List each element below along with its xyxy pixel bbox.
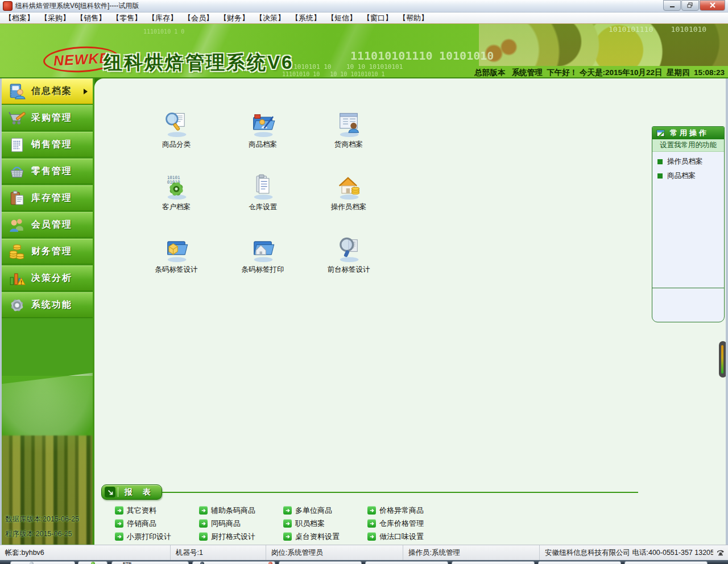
cart-pencil-icon bbox=[9, 110, 26, 127]
shortcut-barcode-label-design[interactable]: 条码标签设计 bbox=[142, 235, 210, 275]
shortcut-warehouse-settings[interactable]: 仓库设置 bbox=[229, 173, 297, 212]
tab-separator bbox=[118, 487, 118, 497]
shortcut-barcode-label-print[interactable]: 条码标签打印 bbox=[229, 235, 297, 275]
report-link-staff-archives[interactable]: 职员档案 bbox=[283, 518, 367, 529]
shortcut-label: 客户档案 bbox=[162, 202, 191, 212]
sidebar-item-purchase[interactable]: 采购管理 bbox=[2, 105, 93, 131]
quick-panel-title: 常用操作 bbox=[670, 128, 709, 138]
report-link-aux-barcode[interactable]: 辅助条码商品 bbox=[199, 505, 283, 516]
sidebar-item-retail[interactable]: 零售管理 bbox=[2, 159, 93, 184]
report-link-label: 仓库价格管理 bbox=[379, 518, 424, 529]
report-link-receipt-design[interactable]: 小票打印设计 bbox=[115, 531, 199, 542]
quick-operations-panel: 常用操作 设置我常用的功能 操作员档案 商品档案 bbox=[652, 126, 725, 322]
report-link-label: 其它资料 bbox=[127, 505, 156, 516]
report-link-warehouse-price[interactable]: 仓库价格管理 bbox=[367, 518, 452, 529]
green-arrow-icon bbox=[199, 532, 208, 541]
menu-sales[interactable]: 【销售】 bbox=[76, 13, 106, 23]
phone-tray-icon[interactable] bbox=[713, 545, 728, 560]
menu-window[interactable]: 【窗口】 bbox=[363, 13, 392, 23]
sidebar-item-info-archives[interactable]: 信息档案 bbox=[2, 78, 93, 104]
db-version-label: 数据库版本:2015-06-25 bbox=[5, 515, 79, 524]
menu-members[interactable]: 【会员】 bbox=[184, 13, 213, 23]
house-coins-icon bbox=[335, 173, 362, 200]
taskbar-button[interactable] bbox=[365, 561, 448, 564]
quick-panel-divider bbox=[652, 288, 724, 288]
taskbar-button[interactable] bbox=[279, 561, 362, 564]
quick-item-product-archives[interactable]: 商品档案 bbox=[652, 169, 724, 183]
shortcut-supplier-archives[interactable]: 货商档案 bbox=[315, 110, 383, 150]
shortcut-label: 条码标签打印 bbox=[242, 265, 284, 275]
sidebar-item-finance[interactable]: 财务管理 bbox=[2, 239, 93, 264]
close-icon bbox=[710, 2, 715, 8]
sidebar-item-label: 系统功能 bbox=[31, 299, 72, 311]
taskbar-button[interactable] bbox=[192, 561, 275, 564]
taskbar-button[interactable] bbox=[452, 561, 535, 564]
menu-system[interactable]: 【系统】 bbox=[291, 13, 321, 23]
shortcut-front-label-design[interactable]: 前台标签设计 bbox=[315, 235, 383, 275]
binary-decor: 111010101110 bbox=[350, 49, 433, 63]
taskbar-app-icon bbox=[268, 562, 272, 564]
binary-decor: 111010101 10 10 10 101010101 bbox=[286, 63, 403, 70]
quick-item-operator-archives[interactable]: 操作员档案 bbox=[652, 155, 724, 169]
shortcut-label: 条码标签设计 bbox=[155, 265, 198, 275]
report-link-discontinued[interactable]: 停销商品 bbox=[115, 518, 199, 529]
menu-purchase[interactable]: 【采购】 bbox=[40, 13, 70, 23]
restore-button[interactable] bbox=[681, 0, 699, 11]
app-icon bbox=[3, 1, 13, 11]
sidebar-item-label: 销售管理 bbox=[31, 139, 72, 151]
shortcut-operator-archives[interactable]: 操作员档案 bbox=[315, 173, 383, 212]
menu-sms[interactable]: 【短信】 bbox=[327, 13, 357, 23]
report-link-price-abnormal[interactable]: 价格异常商品 bbox=[367, 505, 452, 516]
minimize-icon bbox=[669, 3, 675, 8]
sidebar-item-label: 零售管理 bbox=[31, 165, 72, 177]
sidebar-item-inventory[interactable]: 库存管理 bbox=[2, 185, 93, 211]
shortcut-label: 商品分类 bbox=[162, 140, 191, 150]
main-area: 商品分类 商品档案 货商档案 1010101010 客户档案 仓库设置 操作 bbox=[94, 78, 726, 545]
taskbar-button[interactable] bbox=[538, 561, 621, 564]
title-bar: 纽科烘焙管理系统V6[纽科软件]----试用版 bbox=[0, 0, 728, 13]
menu-retail[interactable]: 【零售】 bbox=[112, 13, 142, 23]
sidebar-item-members[interactable]: 会员管理 bbox=[2, 212, 93, 238]
menu-archives[interactable]: 【档案】 bbox=[5, 13, 34, 23]
status-role: 岗位:系统管理员 bbox=[266, 545, 403, 560]
shortcut-product-archives[interactable]: 商品档案 bbox=[229, 110, 297, 150]
taskbar-ftp-label: FTP bbox=[123, 561, 131, 564]
report-link-other-data[interactable]: 其它资料 bbox=[115, 505, 199, 516]
taskbar-button[interactable] bbox=[624, 561, 708, 564]
taskbar-app-icon bbox=[30, 562, 34, 564]
menu-inventory[interactable]: 【库存】 bbox=[148, 13, 177, 23]
taskbar-app-icon bbox=[200, 562, 204, 564]
gear-binary-icon: 1010101010 bbox=[163, 173, 190, 200]
app-window: 纽科烘焙管理系统V6[纽科软件]----试用版 【档案】 【采购】 【销售】 【… bbox=[0, 0, 728, 564]
reports-tab-label: 报 表 bbox=[119, 487, 160, 497]
menu-finance[interactable]: 【财务】 bbox=[220, 13, 249, 23]
report-link-kitchen-print-design[interactable]: 厨打格式设计 bbox=[199, 531, 283, 542]
report-link-flavor-settings[interactable]: 做法口味设置 bbox=[367, 531, 452, 542]
quick-panel-header[interactable]: 常用操作 bbox=[652, 127, 724, 139]
minimize-button[interactable] bbox=[663, 0, 681, 11]
close-button[interactable] bbox=[700, 0, 725, 11]
green-arrow-icon bbox=[283, 532, 292, 541]
taskbar-button[interactable] bbox=[10, 561, 75, 564]
report-link-same-code[interactable]: 同码商品 bbox=[199, 518, 283, 529]
app-title: 纽科烘焙管理系统V6 bbox=[104, 50, 293, 76]
shortcut-customer-archives[interactable]: 1010101010 客户档案 bbox=[142, 173, 210, 212]
green-arrow-icon bbox=[367, 532, 376, 541]
edge-scroll-widget[interactable] bbox=[719, 341, 726, 378]
report-link-table-settings[interactable]: 桌台资料设置 bbox=[283, 531, 367, 542]
shortcut-label: 前台标签设计 bbox=[328, 265, 370, 275]
binary-decor: 11101010 10 10 10 10101010 1 bbox=[282, 71, 385, 77]
sidebar-item-system[interactable]: 系统功能 bbox=[2, 292, 93, 318]
menu-decision[interactable]: 【决策】 bbox=[255, 13, 285, 23]
menu-help[interactable]: 【帮助】 bbox=[399, 13, 428, 23]
window-person-icon bbox=[335, 110, 362, 138]
sidebar-item-sales[interactable]: 销售管理 bbox=[2, 132, 93, 157]
sidebar-item-label: 会员管理 bbox=[31, 219, 72, 231]
quick-panel-subtitle-link[interactable]: 设置我常用的功能 bbox=[652, 139, 724, 152]
reports-tab[interactable]: 报 表 bbox=[101, 484, 162, 500]
shortcut-label: 操作员档案 bbox=[331, 202, 367, 212]
report-link-multi-unit[interactable]: 多单位商品 bbox=[283, 505, 367, 516]
shortcut-product-category[interactable]: 商品分类 bbox=[142, 110, 210, 150]
sidebar-item-decision[interactable]: 决策分析 bbox=[2, 266, 93, 291]
sidebar-item-label: 库存管理 bbox=[31, 192, 72, 204]
